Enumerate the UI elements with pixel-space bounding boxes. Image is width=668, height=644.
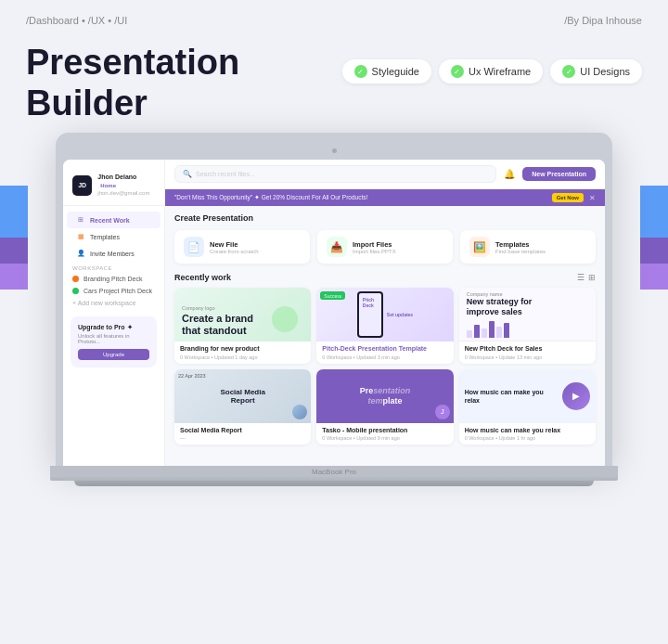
list-view-icon[interactable]: ☰	[577, 273, 584, 282]
ws-dot-orange	[72, 276, 79, 282]
create-cards: 📄 New File Create from scratch 📥	[174, 230, 596, 264]
badge-dot-2: ✓	[451, 65, 464, 78]
recent-card-music[interactable]: How music can make you relax ▶ How music…	[459, 369, 596, 444]
top-nav: /Dashboard • /UX • /UI /By Dipa Inhouse	[0, 0, 668, 26]
create-templates[interactable]: 🖼️ Templates Find base templates	[460, 230, 596, 264]
author: /By Dipa Inhouse	[564, 15, 642, 26]
laptop-base: MacBook Pro	[50, 466, 618, 481]
recent-grid-row2: 22 Apr 2023 Social MediaReport Social Me…	[174, 369, 596, 444]
bar-chart	[467, 321, 509, 338]
pres-avatar: J	[435, 405, 450, 419]
hero-title: Presentation Builder	[26, 43, 239, 123]
recent-card-social[interactable]: 22 Apr 2023 Social MediaReport Social Me…	[174, 369, 311, 444]
new-presentation-button[interactable]: New Presentation	[522, 167, 596, 181]
music-player-icon: ▶	[562, 382, 590, 410]
new-file-icon: 📄	[184, 237, 204, 257]
workspace-branding[interactable]: Branding Pitch Deck	[63, 273, 164, 285]
laptop-container: JD Jhon Delano Home jhon.dev@gmail.com ⊞	[0, 133, 668, 486]
laptop-screen: JD Jhon Delano Home jhon.dev@gmail.com ⊞	[63, 160, 605, 466]
sidebar: JD Jhon Delano Home jhon.dev@gmail.com ⊞	[63, 160, 165, 466]
success-tag: Success	[320, 291, 345, 300]
recently-actions: ☰ ⊞	[577, 273, 596, 282]
promo-banner: "Don't Miss This Opportunity" ✦ Get 20% …	[165, 189, 605, 206]
app-ui: JD Jhon Delano Home jhon.dev@gmail.com ⊞	[63, 160, 605, 466]
recent-grid-row1: Company logo Create a brandthat standout…	[174, 288, 596, 363]
badge-dot-3: ✓	[562, 65, 575, 78]
card-thumb-green: Company logo Create a brandthat standout	[174, 288, 311, 341]
hero-badges: ✓ Styleguide ✓ Ux Wireframe ✓ UI Designs	[342, 59, 642, 84]
create-new-file[interactable]: 📄 New File Create from scratch	[174, 230, 310, 264]
import-files-icon: 📥	[327, 237, 347, 257]
promo-get-now-button[interactable]: Get Now	[552, 193, 584, 202]
recent-work-icon: ⊞	[76, 215, 85, 225]
templates-icon: ▦	[76, 232, 85, 241]
card-thumb-sales: Company name New strategy forimprove sal…	[459, 288, 596, 341]
upgrade-button[interactable]: Upgrade	[78, 349, 149, 360]
laptop-screen-border: JD Jhon Delano Home jhon.dev@gmail.com ⊞	[56, 133, 612, 466]
invite-icon: 👤	[76, 249, 85, 258]
photo-thumb	[292, 405, 307, 419]
search-bar[interactable]: 🔍 Search recent files...	[174, 165, 496, 183]
upgrade-box: Upgrade to Pro ✦ Unlock all features in …	[71, 316, 157, 367]
add-workspace-button[interactable]: + Add new workspace	[63, 297, 164, 309]
hero-section: Presentation Builder ✓ Styleguide ✓ Ux W…	[0, 26, 668, 133]
laptop: JD Jhon Delano Home jhon.dev@gmail.com ⊞	[56, 133, 612, 486]
sidebar-item-invite[interactable]: 👤 Invite Members	[67, 245, 161, 262]
content-area: Create Presentation 📄 New File Create fr…	[165, 206, 605, 466]
notification-icon[interactable]: 🔔	[504, 169, 515, 179]
phone-mockup: PitchDeck	[357, 291, 383, 338]
promo-close-button[interactable]: ✕	[589, 194, 596, 202]
workspace-cars[interactable]: Cars Project Pitch Deck	[63, 285, 164, 297]
card-thumb-purple: Success PitchDeck Set updates	[316, 288, 453, 341]
sidebar-item-templates[interactable]: ▦ Templates	[67, 228, 161, 245]
recently-header: Recently work ☰ ⊞	[174, 273, 596, 282]
grid-view-icon[interactable]: ⊞	[588, 273, 596, 282]
search-icon: 🔍	[183, 170, 192, 178]
recent-card-pitch[interactable]: Success PitchDeck Set updates	[316, 288, 453, 363]
breadcrumb: /Dashboard • /UX • /UI	[26, 15, 127, 26]
recent-card-pres-template[interactable]: Presentationtemplate J Tasko - Mobile pr…	[316, 369, 453, 444]
create-import-files[interactable]: 📥 Import Files Import files.PPTX	[317, 230, 453, 264]
recent-card-brand[interactable]: Company logo Create a brandthat standout…	[174, 288, 311, 363]
main-content: 🔍 Search recent files... 🔔 New Presentat…	[165, 160, 605, 466]
create-section-title: Create Presentation	[174, 213, 596, 223]
topbar: 🔍 Search recent files... 🔔 New Presentat…	[165, 160, 605, 189]
badge-ux-wireframe[interactable]: ✓ Ux Wireframe	[439, 59, 543, 84]
badge-ui-designs[interactable]: ✓ UI Designs	[550, 59, 642, 84]
profile-info: Jhon Delano Home jhon.dev@gmail.com	[97, 173, 155, 198]
templates-create-icon: 🖼️	[469, 237, 490, 257]
user-avatar: JD	[72, 175, 92, 196]
laptop-foot	[74, 481, 594, 486]
ws-dot-green	[72, 288, 79, 294]
card-thumb-photo: 22 Apr 2023 Social MediaReport	[174, 369, 311, 423]
sidebar-profile: JD Jhon Delano Home jhon.dev@gmail.com	[63, 167, 164, 206]
recently-section-title: Recently work	[174, 273, 231, 282]
badge-styleguide[interactable]: ✓ Styleguide	[342, 59, 431, 84]
card-thumb-music: How music can make you relax ▶	[459, 369, 596, 423]
card-thumb-pres-template: Presentationtemplate J	[316, 369, 453, 423]
badge-dot-1: ✓	[354, 65, 367, 78]
recent-card-sales[interactable]: Company name New strategy forimprove sal…	[459, 288, 596, 363]
sidebar-item-recent-work[interactable]: ⊞ Recent Work	[67, 212, 161, 228]
